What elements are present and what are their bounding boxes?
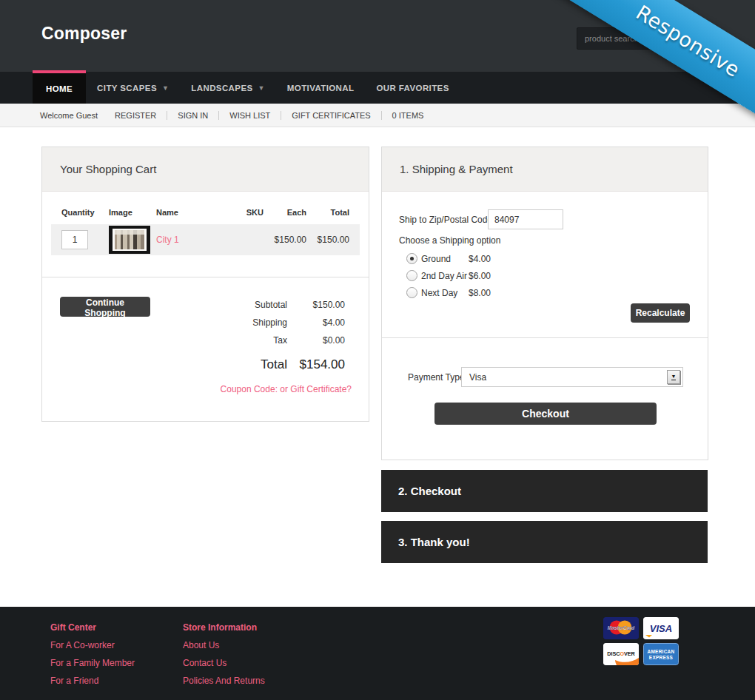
payment-type-value: Visa [469,372,486,383]
option-price: $8.00 [469,288,491,298]
shopping-cart-panel: Your Shopping Cart Quantity Image Name S… [41,147,369,422]
register-link[interactable]: REGISTER [104,111,167,120]
payment-card-icons: MasterCard VISA DISCOVER [603,617,679,665]
footer-store-info-column: Store Information About Us Contact Us Po… [183,619,265,690]
chevron-down-icon: ▼ [162,84,169,92]
step-label: 3. Thank you! [398,536,470,548]
product-name-link[interactable]: City 1 [156,235,179,245]
nav-item-city-scapes[interactable]: CITY SCAPES ▼ [86,72,180,104]
shipping-option-ground[interactable]: Ground $4.00 [406,250,491,267]
step-checkout-bar: 2. Checkout [381,470,708,512]
cart-row: City 1 $150.00 $150.00 [51,224,360,255]
nav-item-our-favorites[interactable]: OUR FAVORITES [365,72,460,104]
subtotal-label: Subtotal [255,296,287,314]
welcome-text: Welcome Guest [40,111,98,120]
grand-total-row: Total $154.00 [252,354,345,376]
cart-table-header: Quantity Image Name SKU Each Total [42,208,369,217]
payment-divider [382,337,708,338]
step-label: 2. Checkout [398,485,461,497]
main-nav: HOME CITY SCAPES ▼ LANDSCAPES ▼ MOTIVATI… [0,72,755,104]
shipping-option-label: Choose a Shipping option [399,235,500,246]
footer-gift-center-column: Gift Center For A Co-worker For a Family… [50,619,135,690]
cart-items-link[interactable]: 0 ITEMS [381,111,434,120]
recalculate-button[interactable]: Recalculate [631,303,690,323]
cart-totals: Subtotal $150.00 Shipping $4.00 Tax $0.0… [252,296,345,376]
shipping-option-2nd-day-air[interactable]: 2nd Day Air $6.00 [406,267,491,284]
cart-title: Your Shopping Cart [60,163,156,175]
nav-label: OUR FAVORITES [376,84,449,92]
payment-type-select[interactable]: Visa ▼ [461,367,683,387]
total-label: Total [261,354,287,376]
footer-heading-gift-center[interactable]: Gift Center [50,619,135,636]
column-sku: SKU [219,208,264,217]
radio-ground[interactable] [406,253,417,264]
continue-shopping-button[interactable]: Continue Shopping [60,297,150,317]
shipping-option-next-day[interactable]: Next Day $8.00 [406,284,491,301]
footer-link-about-us[interactable]: About Us [183,636,265,654]
shipping-payment-panel: 1. Shipping & Payment Ship to Zip/Postal… [381,147,708,460]
svg-text:VISA: VISA [650,623,672,634]
option-label: Ground [421,254,469,264]
coupon-gift-certificate-link[interactable]: Coupon Code: or Gift Certificate? [221,384,352,394]
wish-list-link[interactable]: WISH LIST [218,111,281,120]
payment-type-label: Payment Type [408,372,465,383]
site-logo[interactable]: Composer [41,24,127,44]
shipping-value: $4.00 [287,314,345,332]
zip-input[interactable] [488,209,563,229]
shipping-title: 1. Shipping & Payment [400,163,513,175]
shipping-label: Shipping [252,314,287,332]
nav-item-home[interactable]: HOME [33,70,86,104]
tax-label: Tax [273,332,287,349]
radio-2nd-day-air[interactable] [406,270,417,281]
radio-next-day[interactable] [406,287,417,298]
discover-icon: DISCOVER [603,643,639,665]
zip-label: Ship to Zip/Postal Code [399,215,492,225]
tax-row: Tax $0.00 [252,332,345,349]
footer-link-contact-us[interactable]: Contact Us [183,654,265,672]
sign-in-link[interactable]: SIGN IN [167,111,218,120]
chevron-down-icon: ▼ [258,84,265,92]
amex-icon: AMERICAN EXPRESS [643,643,679,665]
cart-divider [42,277,369,277]
nav-label: HOME [46,84,73,93]
gift-certificates-link[interactable]: GIFT CERTIFICATES [281,111,380,120]
cart-panel-header: Your Shopping Cart [42,147,369,192]
column-name: Name [156,208,219,217]
column-each: Each [264,208,306,217]
option-price: $6.00 [469,271,491,281]
nav-label: CITY SCAPES [97,84,157,92]
visa-icon: VISA [643,617,679,639]
tax-value: $0.00 [287,332,345,349]
quantity-input[interactable] [61,230,88,249]
subtotal-row: Subtotal $150.00 [252,296,345,314]
shipping-panel-header: 1. Shipping & Payment [382,147,708,192]
svg-text:EXPRESS: EXPRESS [649,655,674,660]
option-label: 2nd Day Air [421,271,469,281]
subtotal-value: $150.00 [287,296,345,314]
cell-each: $150.00 [264,235,306,245]
column-quantity: Quantity [61,208,109,217]
svg-text:AMERICAN: AMERICAN [648,649,675,654]
column-total: Total [306,208,349,217]
product-image[interactable] [109,226,150,254]
nav-label: LANDSCAPES [191,84,252,92]
svg-text:DISCOVER: DISCOVER [607,650,635,657]
site-footer: Gift Center For A Co-worker For a Family… [0,607,755,700]
cell-total: $150.00 [306,235,349,245]
footer-link-coworker[interactable]: For A Co-worker [50,636,135,654]
total-value: $154.00 [287,354,345,376]
footer-heading-store-information[interactable]: Store Information [183,619,265,636]
utility-bar: Welcome Guest REGISTER SIGN IN WISH LIST… [0,104,755,127]
step-thank-you-bar: 3. Thank you! [381,521,708,563]
dropdown-arrow-icon[interactable]: ▼ [667,370,680,384]
footer-link-policies-returns[interactable]: Policies And Returns [183,672,265,690]
shipping-row: Shipping $4.00 [252,314,345,332]
nav-item-landscapes[interactable]: LANDSCAPES ▼ [180,72,276,104]
shipping-options: Ground $4.00 2nd Day Air $6.00 Next Day … [406,250,491,301]
column-image: Image [109,208,156,217]
footer-link-family-member[interactable]: For a Family Member [50,654,135,672]
checkout-button[interactable]: Checkout [434,403,657,425]
footer-link-friend[interactable]: For a Friend [50,672,135,690]
option-price: $4.00 [469,254,491,264]
nav-item-motivational[interactable]: MOTIVATIONAL [276,72,366,104]
